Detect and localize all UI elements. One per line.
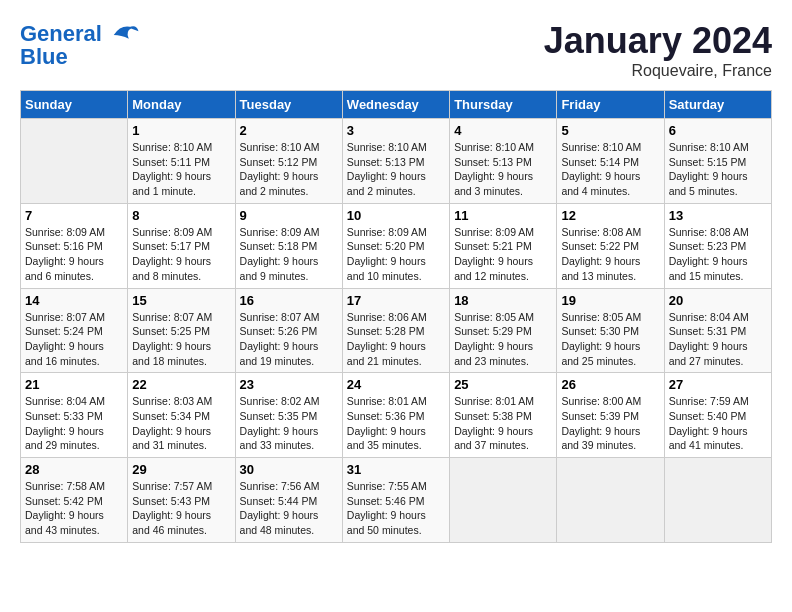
day-info: Sunrise: 8:06 AMSunset: 5:28 PMDaylight:… xyxy=(347,310,445,369)
calendar-cell: 27Sunrise: 7:59 AMSunset: 5:40 PMDayligh… xyxy=(664,373,771,458)
calendar-cell: 9Sunrise: 8:09 AMSunset: 5:18 PMDaylight… xyxy=(235,203,342,288)
day-info: Sunrise: 7:56 AMSunset: 5:44 PMDaylight:… xyxy=(240,479,338,538)
day-info: Sunrise: 8:09 AMSunset: 5:17 PMDaylight:… xyxy=(132,225,230,284)
day-number: 4 xyxy=(454,123,552,138)
day-number: 17 xyxy=(347,293,445,308)
calendar-cell: 17Sunrise: 8:06 AMSunset: 5:28 PMDayligh… xyxy=(342,288,449,373)
calendar-cell: 8Sunrise: 8:09 AMSunset: 5:17 PMDaylight… xyxy=(128,203,235,288)
calendar-header: SundayMondayTuesdayWednesdayThursdayFrid… xyxy=(21,91,772,119)
weekday-header-saturday: Saturday xyxy=(664,91,771,119)
calendar-week-5: 28Sunrise: 7:58 AMSunset: 5:42 PMDayligh… xyxy=(21,458,772,543)
day-number: 12 xyxy=(561,208,659,223)
day-info: Sunrise: 7:58 AMSunset: 5:42 PMDaylight:… xyxy=(25,479,123,538)
day-number: 29 xyxy=(132,462,230,477)
calendar-cell: 13Sunrise: 8:08 AMSunset: 5:23 PMDayligh… xyxy=(664,203,771,288)
day-info: Sunrise: 8:10 AMSunset: 5:11 PMDaylight:… xyxy=(132,140,230,199)
weekday-header-friday: Friday xyxy=(557,91,664,119)
calendar-cell xyxy=(557,458,664,543)
day-number: 23 xyxy=(240,377,338,392)
day-info: Sunrise: 8:02 AMSunset: 5:35 PMDaylight:… xyxy=(240,394,338,453)
day-info: Sunrise: 8:07 AMSunset: 5:26 PMDaylight:… xyxy=(240,310,338,369)
day-number: 26 xyxy=(561,377,659,392)
day-number: 10 xyxy=(347,208,445,223)
calendar-cell: 2Sunrise: 8:10 AMSunset: 5:12 PMDaylight… xyxy=(235,119,342,204)
day-number: 22 xyxy=(132,377,230,392)
day-number: 24 xyxy=(347,377,445,392)
calendar-cell: 23Sunrise: 8:02 AMSunset: 5:35 PMDayligh… xyxy=(235,373,342,458)
day-number: 8 xyxy=(132,208,230,223)
calendar-week-3: 14Sunrise: 8:07 AMSunset: 5:24 PMDayligh… xyxy=(21,288,772,373)
calendar-cell: 26Sunrise: 8:00 AMSunset: 5:39 PMDayligh… xyxy=(557,373,664,458)
day-info: Sunrise: 7:59 AMSunset: 5:40 PMDaylight:… xyxy=(669,394,767,453)
day-info: Sunrise: 8:08 AMSunset: 5:23 PMDaylight:… xyxy=(669,225,767,284)
day-info: Sunrise: 8:09 AMSunset: 5:21 PMDaylight:… xyxy=(454,225,552,284)
calendar-cell: 20Sunrise: 8:04 AMSunset: 5:31 PMDayligh… xyxy=(664,288,771,373)
calendar-table: SundayMondayTuesdayWednesdayThursdayFrid… xyxy=(20,90,772,543)
calendar-week-2: 7Sunrise: 8:09 AMSunset: 5:16 PMDaylight… xyxy=(21,203,772,288)
day-number: 3 xyxy=(347,123,445,138)
day-number: 15 xyxy=(132,293,230,308)
day-info: Sunrise: 7:55 AMSunset: 5:46 PMDaylight:… xyxy=(347,479,445,538)
day-info: Sunrise: 8:04 AMSunset: 5:33 PMDaylight:… xyxy=(25,394,123,453)
day-number: 27 xyxy=(669,377,767,392)
calendar-cell: 28Sunrise: 7:58 AMSunset: 5:42 PMDayligh… xyxy=(21,458,128,543)
day-info: Sunrise: 8:03 AMSunset: 5:34 PMDaylight:… xyxy=(132,394,230,453)
day-info: Sunrise: 8:01 AMSunset: 5:36 PMDaylight:… xyxy=(347,394,445,453)
calendar-cell xyxy=(450,458,557,543)
day-info: Sunrise: 8:09 AMSunset: 5:16 PMDaylight:… xyxy=(25,225,123,284)
day-info: Sunrise: 7:57 AMSunset: 5:43 PMDaylight:… xyxy=(132,479,230,538)
weekday-header-wednesday: Wednesday xyxy=(342,91,449,119)
day-number: 5 xyxy=(561,123,659,138)
calendar-cell: 7Sunrise: 8:09 AMSunset: 5:16 PMDaylight… xyxy=(21,203,128,288)
day-number: 19 xyxy=(561,293,659,308)
location: Roquevaire, France xyxy=(544,62,772,80)
day-info: Sunrise: 8:00 AMSunset: 5:39 PMDaylight:… xyxy=(561,394,659,453)
day-info: Sunrise: 8:05 AMSunset: 5:30 PMDaylight:… xyxy=(561,310,659,369)
day-number: 6 xyxy=(669,123,767,138)
calendar-cell: 15Sunrise: 8:07 AMSunset: 5:25 PMDayligh… xyxy=(128,288,235,373)
day-number: 18 xyxy=(454,293,552,308)
day-info: Sunrise: 8:08 AMSunset: 5:22 PMDaylight:… xyxy=(561,225,659,284)
day-number: 13 xyxy=(669,208,767,223)
logo-bird-icon xyxy=(110,20,140,50)
weekday-header-sunday: Sunday xyxy=(21,91,128,119)
day-number: 11 xyxy=(454,208,552,223)
calendar-cell: 10Sunrise: 8:09 AMSunset: 5:20 PMDayligh… xyxy=(342,203,449,288)
calendar-cell: 19Sunrise: 8:05 AMSunset: 5:30 PMDayligh… xyxy=(557,288,664,373)
day-number: 30 xyxy=(240,462,338,477)
calendar-cell: 24Sunrise: 8:01 AMSunset: 5:36 PMDayligh… xyxy=(342,373,449,458)
calendar-cell: 6Sunrise: 8:10 AMSunset: 5:15 PMDaylight… xyxy=(664,119,771,204)
calendar-cell: 30Sunrise: 7:56 AMSunset: 5:44 PMDayligh… xyxy=(235,458,342,543)
calendar-cell xyxy=(21,119,128,204)
day-number: 20 xyxy=(669,293,767,308)
calendar-cell: 25Sunrise: 8:01 AMSunset: 5:38 PMDayligh… xyxy=(450,373,557,458)
calendar-cell: 21Sunrise: 8:04 AMSunset: 5:33 PMDayligh… xyxy=(21,373,128,458)
day-number: 21 xyxy=(25,377,123,392)
day-info: Sunrise: 8:01 AMSunset: 5:38 PMDaylight:… xyxy=(454,394,552,453)
day-number: 2 xyxy=(240,123,338,138)
day-number: 25 xyxy=(454,377,552,392)
day-number: 28 xyxy=(25,462,123,477)
month-title: January 2024 xyxy=(544,20,772,62)
calendar-cell: 22Sunrise: 8:03 AMSunset: 5:34 PMDayligh… xyxy=(128,373,235,458)
weekday-header-row: SundayMondayTuesdayWednesdayThursdayFrid… xyxy=(21,91,772,119)
page-header: General Blue January 2024 Roquevaire, Fr… xyxy=(20,20,772,80)
calendar-week-1: 1Sunrise: 8:10 AMSunset: 5:11 PMDaylight… xyxy=(21,119,772,204)
day-number: 31 xyxy=(347,462,445,477)
weekday-header-monday: Monday xyxy=(128,91,235,119)
calendar-cell: 31Sunrise: 7:55 AMSunset: 5:46 PMDayligh… xyxy=(342,458,449,543)
calendar-cell: 4Sunrise: 8:10 AMSunset: 5:13 PMDaylight… xyxy=(450,119,557,204)
day-number: 1 xyxy=(132,123,230,138)
day-number: 14 xyxy=(25,293,123,308)
day-info: Sunrise: 8:10 AMSunset: 5:12 PMDaylight:… xyxy=(240,140,338,199)
calendar-cell: 11Sunrise: 8:09 AMSunset: 5:21 PMDayligh… xyxy=(450,203,557,288)
calendar-cell: 18Sunrise: 8:05 AMSunset: 5:29 PMDayligh… xyxy=(450,288,557,373)
weekday-header-thursday: Thursday xyxy=(450,91,557,119)
day-info: Sunrise: 8:10 AMSunset: 5:13 PMDaylight:… xyxy=(454,140,552,199)
title-block: January 2024 Roquevaire, France xyxy=(544,20,772,80)
calendar-cell xyxy=(664,458,771,543)
day-info: Sunrise: 8:05 AMSunset: 5:29 PMDaylight:… xyxy=(454,310,552,369)
calendar-body: 1Sunrise: 8:10 AMSunset: 5:11 PMDaylight… xyxy=(21,119,772,543)
calendar-cell: 5Sunrise: 8:10 AMSunset: 5:14 PMDaylight… xyxy=(557,119,664,204)
calendar-cell: 16Sunrise: 8:07 AMSunset: 5:26 PMDayligh… xyxy=(235,288,342,373)
